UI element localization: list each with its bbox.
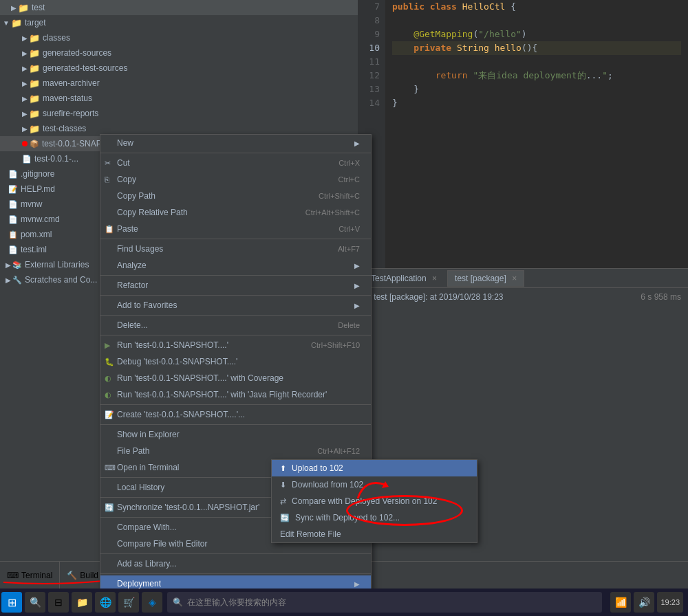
tree-item-test[interactable]: ▶ 📁 test: [0, 0, 358, 15]
hammer-icon: 🔨: [67, 571, 77, 580]
tree-item-label: surefire-reports: [43, 109, 98, 118]
menu-item-add-favorites[interactable]: Add to Favorites ▶: [100, 297, 371, 314]
tree-item-label: test-0.0.1-...: [34, 154, 78, 164]
tree-item-label: Scratches and Co...: [25, 275, 97, 285]
submenu-item-upload[interactable]: ⬆ Upload to 102: [272, 460, 477, 476]
submenu-item-download[interactable]: ⬇ Download from 102: [272, 476, 477, 493]
menu-item-find-usages[interactable]: Find Usages Alt+F7: [100, 241, 371, 257]
windows-taskbar: ⊞ 🔍 ⊟ 📁 🌐 🛒 ◈ 🔍 在这里输入你要搜索的内容 📶 🔊 19:23: [0, 588, 688, 616]
arrow-icon: ▼: [3, 19, 10, 27]
menu-label: Create 'test-0.0.1-SNAPSHOT....'...: [117, 410, 245, 419]
submenu-item-compare-deployed[interactable]: ⇄ Compare with Deployed Version on 102: [272, 493, 477, 509]
vscode-btn[interactable]: ◈: [142, 592, 162, 613]
jar-icon: 📦: [30, 140, 39, 148]
menu-item-analyze[interactable]: Analyze ▶: [100, 257, 371, 274]
start-button[interactable]: ⊞: [1, 592, 22, 613]
menu-item-run[interactable]: ▶ Run 'test-0.0.1-SNAPSHOT....' Ctrl+Shi…: [100, 337, 371, 353]
arrow-icon: ▶: [22, 125, 28, 133]
menu-label: Delete...: [117, 320, 148, 330]
menu-item-run-coverage[interactable]: ◐ Run 'test-0.0.1-SNAPSHOT....' with Cov…: [100, 370, 371, 386]
menu-item-debug[interactable]: 🐛 Debug 'test-0.0.1-SNAPSHOT....': [100, 353, 371, 370]
menu-item-refactor[interactable]: Refactor ▶: [100, 277, 371, 294]
menu-label: Run 'test-0.0.1-SNAPSHOT....' with 'Java…: [117, 390, 327, 399]
search-placeholder: 在这里输入你要搜索的内容: [187, 597, 286, 608]
tree-item-gen-test-sources[interactable]: ▶ 📁 generated-test-sources: [0, 60, 358, 76]
menu-separator: [100, 424, 371, 425]
tree-item-maven-status[interactable]: ▶ 📁 maven-status: [0, 91, 358, 106]
file-icon: 📄: [8, 200, 18, 209]
tree-item-label: pom.xml: [21, 230, 52, 239]
code-content: public class HelloCtl { @GetMapping("/he…: [385, 0, 688, 110]
menu-label: Copy: [117, 175, 136, 184]
sync-icon: 🔄: [280, 514, 290, 522]
volume-icon[interactable]: 🔊: [634, 592, 654, 613]
tree-item-maven-archiver[interactable]: ▶ 📁 maven-archiver: [0, 76, 358, 91]
tree-item-gen-sources[interactable]: ▶ 📁 generated-sources: [0, 45, 358, 60]
shortcut-label: Ctrl+X: [338, 159, 360, 167]
copy-icon: ⎘: [105, 175, 109, 184]
task-view-btn[interactable]: ⊟: [48, 592, 69, 613]
tree-item-label: generated-sources: [43, 48, 111, 58]
menu-item-copy-path[interactable]: Copy Path Ctrl+Shift+C: [100, 188, 371, 204]
file-icon: 📄: [8, 170, 18, 179]
menu-item-run-jfr[interactable]: ◐ Run 'test-0.0.1-SNAPSHOT....' with 'Ja…: [100, 386, 371, 403]
submenu-arrow-icon: ▶: [354, 140, 360, 147]
submenu-item-edit-remote[interactable]: Edit Remote File: [272, 526, 477, 542]
menu-item-paste[interactable]: 📋 Paste Ctrl+V: [100, 221, 371, 237]
menu-item-file-path[interactable]: File Path Ctrl+Alt+F12: [100, 443, 371, 459]
menu-separator: [100, 335, 371, 336]
clock: 19:23: [657, 592, 683, 613]
folder-icon: 📁: [29, 94, 40, 104]
search-icon: 🔍: [173, 597, 183, 607]
menu-label: Paste: [117, 224, 138, 234]
tab-test-package[interactable]: test [package] ×: [447, 270, 524, 287]
network-icon[interactable]: 📶: [610, 592, 631, 613]
arrow-icon: ▶: [22, 110, 28, 118]
tree-item-label: maven-archiver: [43, 78, 100, 88]
code-line-13: }: [392, 82, 681, 96]
tree-item-label: mvnw: [21, 199, 42, 209]
store-btn[interactable]: 🛒: [118, 592, 139, 613]
arrow-icon: ▶: [6, 261, 11, 269]
tree-item-target[interactable]: ▼ 📁 target: [0, 15, 358, 30]
menu-item-copy-relative-path[interactable]: Copy Relative Path Ctrl+Alt+Shift+C: [100, 204, 371, 221]
taskbar-search[interactable]: 🔍 在这里输入你要搜索的内容: [167, 592, 602, 613]
line-num-10: 10: [358, 41, 380, 55]
arrow-icon: ▶: [22, 50, 28, 57]
tab-test-application[interactable]: TestApplication ×: [363, 270, 444, 287]
menu-label: Show in Explorer: [117, 430, 180, 439]
menu-label: Analyze: [117, 261, 147, 270]
arrow-icon: ▶: [22, 80, 28, 87]
arrow-icon: ▶: [6, 276, 11, 284]
run-time: 6 s 958 ms: [641, 292, 681, 302]
close-icon[interactable]: ×: [512, 274, 517, 283]
deployment-submenu: ⬆ Upload to 102 ⬇ Download from 102 ⇄ Co…: [271, 459, 477, 543]
menu-item-new[interactable]: New ▶: [100, 135, 371, 151]
tree-item-label: test-classes: [43, 124, 86, 133]
create-icon: 📝: [105, 410, 114, 419]
arrow-icon: ▶: [22, 65, 28, 72]
close-icon[interactable]: ×: [432, 274, 437, 283]
result-detail: at 2019/10/28 19:23: [430, 292, 504, 302]
sync-icon: 🔄: [105, 503, 114, 512]
tree-item-classes[interactable]: ▶ 📁 classes: [0, 30, 358, 45]
menu-item-cut[interactable]: ✂ Cut Ctrl+X: [100, 155, 371, 171]
menu-label: File Path: [117, 446, 149, 456]
search-icon-btn[interactable]: 🔍: [25, 592, 45, 613]
folder-icon: 📁: [29, 109, 40, 119]
menu-label: Find Usages: [117, 244, 163, 254]
menu-item-copy[interactable]: ⎘ Copy Ctrl+C: [100, 171, 371, 188]
submenu-arrow-icon: ▶: [354, 302, 360, 309]
system-tray: 📶 🔊 19:23: [605, 592, 688, 613]
build-label: Build: [80, 571, 98, 580]
submenu-item-sync-deployed[interactable]: 🔄 Sync with Deployed to 102...: [272, 509, 477, 526]
terminal-tab[interactable]: ⌨ Terminal: [0, 562, 60, 588]
menu-item-delete[interactable]: Delete... Delete: [100, 317, 371, 333]
menu-item-add-library[interactable]: Add as Library...: [100, 556, 371, 572]
file-explorer-btn[interactable]: 📁: [72, 592, 92, 613]
menu-item-create[interactable]: 📝 Create 'test-0.0.1-SNAPSHOT....'...: [100, 406, 371, 423]
run-result: ✓ test [package]: at 2019/10/28 19:23 6 …: [358, 288, 688, 306]
tree-item-surefire[interactable]: ▶ 📁 surefire-reports: [0, 106, 358, 121]
menu-item-show-explorer[interactable]: Show in Explorer: [100, 426, 371, 443]
edge-btn[interactable]: 🌐: [95, 592, 116, 613]
